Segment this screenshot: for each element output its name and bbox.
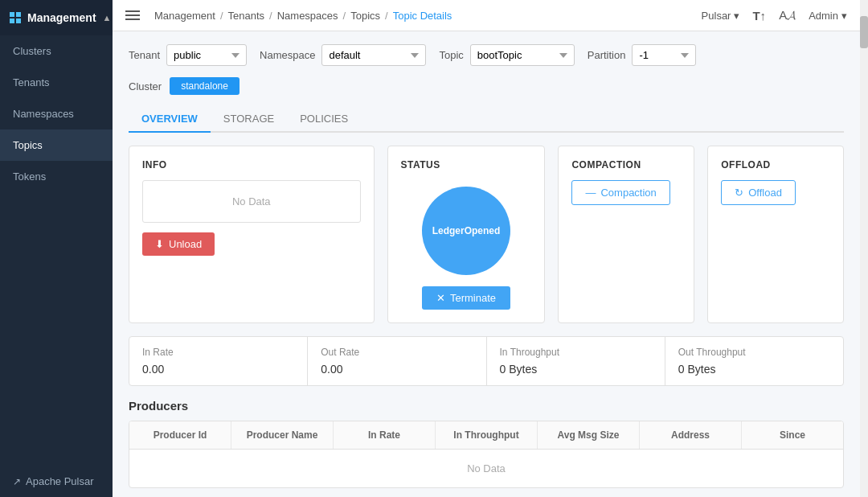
- producers-table-header: Producer Id Producer Name In Rate In Thr…: [129, 421, 843, 450]
- terminate-button[interactable]: ✕ Terminate: [422, 286, 510, 310]
- minus-icon: —: [585, 187, 596, 199]
- tab-overview[interactable]: OVERVIEW: [129, 106, 211, 133]
- info-card-title: INFO: [142, 159, 361, 170]
- topic-label: Topic: [439, 49, 463, 61]
- app-name: Management: [27, 11, 96, 24]
- sidebar-item-tenants[interactable]: Tenants: [0, 67, 113, 98]
- sidebar-item-tokens[interactable]: Tokens: [0, 161, 113, 192]
- pulsar-dropdown[interactable]: Pulsar ▾: [702, 10, 740, 22]
- stat-out-rate-value: 0.00: [321, 363, 473, 376]
- topic-select[interactable]: bootTopic: [470, 44, 575, 66]
- col-avg-msg-size: Avg Msg Size: [538, 421, 640, 449]
- stat-out-throughput-value: 0 Bytes: [678, 363, 830, 376]
- filter-row: Tenant public Namespace default Topic bo…: [129, 44, 844, 66]
- col-in-rate: In Rate: [334, 421, 436, 449]
- stat-in-rate: In Rate 0.00: [129, 337, 308, 385]
- sidebar-toggle-icon[interactable]: ▲: [103, 13, 112, 23]
- stat-in-throughput-value: 0 Bytes: [500, 363, 652, 376]
- breadcrumb-sep-1: /: [220, 10, 223, 22]
- topbar: Management / Tenants / Namespaces / Topi…: [113, 0, 860, 31]
- tenant-select[interactable]: public: [166, 44, 247, 66]
- cluster-row: Cluster standalone: [129, 77, 844, 95]
- col-address: Address: [640, 421, 742, 449]
- col-producer-name: Producer Name: [231, 421, 334, 449]
- sidebar-item-topics[interactable]: Topics: [0, 129, 113, 161]
- breadcrumb-sep-4: /: [385, 10, 388, 22]
- cluster-standalone-tag[interactable]: standalone: [170, 77, 240, 95]
- offload-card-title: OFFLOAD: [721, 159, 830, 170]
- breadcrumb-topic-details: Topic Details: [393, 10, 452, 22]
- compaction-button[interactable]: — Compaction: [571, 180, 669, 205]
- tab-policies[interactable]: POLICIES: [287, 106, 361, 133]
- breadcrumb: Management / Tenants / Namespaces / Topi…: [154, 10, 452, 22]
- offload-button[interactable]: ↻ Offload: [721, 180, 796, 205]
- col-in-throughput: In Throughput: [436, 421, 538, 449]
- cards-row: INFO No Data ⬇ Unload STATUS LedgerOpene…: [129, 146, 844, 323]
- tab-storage[interactable]: STORAGE: [211, 106, 287, 133]
- unload-button[interactable]: ⬇ Unload: [142, 232, 215, 256]
- partition-select[interactable]: -1: [632, 44, 696, 66]
- download-icon: ⬇: [155, 238, 164, 250]
- namespace-filter: Namespace default: [260, 44, 426, 66]
- compaction-card: COMPACTION — Compaction: [558, 146, 694, 323]
- stat-out-rate-label: Out Rate: [321, 347, 473, 358]
- chevron-down-icon-admin: ▾: [841, 10, 847, 22]
- stat-in-throughput: In Throughput 0 Bytes: [487, 337, 665, 385]
- tabs: OVERVIEW STORAGE POLICIES: [129, 106, 844, 133]
- external-link-icon: ↗: [13, 476, 21, 487]
- sidebar-item-namespaces[interactable]: Namespaces: [0, 98, 113, 129]
- sidebar-item-apache-pulsar[interactable]: ↗ Apache Pulsar: [0, 466, 113, 497]
- main-content: Management / Tenants / Namespaces / Topi…: [113, 0, 860, 497]
- partition-filter: Partition -1: [588, 44, 697, 66]
- breadcrumb-tenants[interactable]: Tenants: [228, 10, 265, 22]
- cluster-label: Cluster: [129, 80, 162, 92]
- close-icon: ✕: [436, 292, 445, 304]
- grid-icon: [10, 12, 21, 23]
- col-since: Since: [742, 421, 843, 449]
- stat-out-rate: Out Rate 0.00: [308, 337, 486, 385]
- accessibility-icon[interactable]: A𝓐: [779, 8, 796, 23]
- tenant-label: Tenant: [129, 49, 160, 61]
- right-scrollbar[interactable]: [860, 0, 868, 497]
- chevron-down-icon: ▾: [734, 10, 739, 22]
- topbar-right: Pulsar ▾ T↑ A𝓐 Admin ▾: [702, 8, 847, 23]
- producers-no-data: No Data: [129, 450, 843, 487]
- stats-row: In Rate 0.00 Out Rate 0.00 In Throughput…: [129, 336, 844, 386]
- stat-in-rate-value: 0.00: [142, 363, 294, 376]
- namespace-select[interactable]: default: [321, 44, 426, 66]
- tenant-filter: Tenant public: [129, 44, 247, 66]
- breadcrumb-topics[interactable]: Topics: [350, 10, 380, 22]
- sidebar-item-clusters[interactable]: Clusters: [0, 35, 113, 67]
- sidebar: Management ▲ Clusters Tenants Namespaces…: [0, 0, 113, 497]
- status-card: STATUS LedgerOpened ✕ Terminate: [387, 146, 546, 323]
- namespace-label: Namespace: [260, 49, 315, 61]
- sidebar-header: Management ▲: [0, 0, 113, 35]
- stat-out-throughput-label: Out Throughput: [678, 347, 830, 358]
- font-icon[interactable]: T↑: [752, 9, 766, 23]
- topic-filter: Topic bootTopic: [439, 44, 574, 66]
- compaction-card-title: COMPACTION: [571, 159, 681, 170]
- stat-in-rate-label: In Rate: [142, 347, 294, 358]
- stat-in-throughput-label: In Throughput: [500, 347, 652, 358]
- status-circle: LedgerOpened: [422, 187, 510, 275]
- status-card-title: STATUS: [401, 159, 440, 170]
- producers-section-title: Producers: [129, 399, 844, 413]
- breadcrumb-sep-3: /: [343, 10, 346, 22]
- breadcrumb-sep-2: /: [269, 10, 272, 22]
- breadcrumb-management[interactable]: Management: [154, 10, 215, 22]
- page-content: Tenant public Namespace default Topic bo…: [113, 31, 860, 497]
- info-no-data: No Data: [142, 180, 361, 223]
- producers-table: Producer Id Producer Name In Rate In Thr…: [129, 421, 844, 488]
- offload-card: OFFLOAD ↻ Offload: [707, 146, 844, 323]
- refresh-icon: ↻: [735, 187, 743, 199]
- breadcrumb-namespaces[interactable]: Namespaces: [277, 10, 338, 22]
- admin-dropdown[interactable]: Admin ▾: [809, 10, 847, 22]
- info-card: INFO No Data ⬇ Unload: [129, 146, 375, 323]
- hamburger-icon[interactable]: [125, 10, 140, 20]
- scrollbar-thumb[interactable]: [860, 16, 868, 48]
- col-producer-id: Producer Id: [129, 421, 231, 449]
- partition-label: Partition: [588, 49, 626, 61]
- stat-out-throughput: Out Throughput 0 Bytes: [665, 337, 843, 385]
